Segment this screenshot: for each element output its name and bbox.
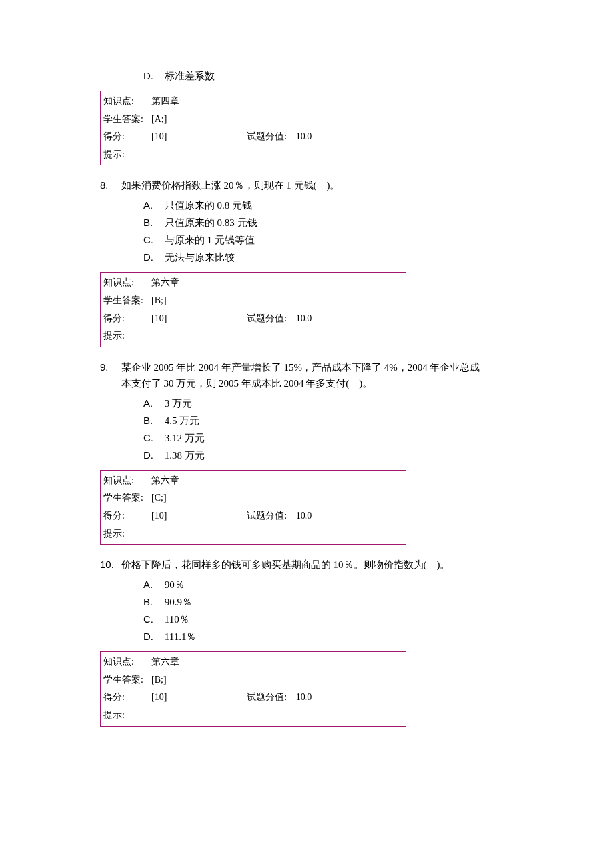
student-answer-label: 学生答案: (103, 292, 151, 310)
option-letter-d: D. (143, 249, 162, 265)
item-score-label: 试题分值: (247, 511, 287, 521)
option-letter-c: C. (143, 611, 162, 627)
option-text: 3.12 万元 (165, 433, 205, 443)
knowledge-label: 知识点: (103, 653, 151, 671)
option-row: C. 与原来的 1 元钱等值 (100, 232, 513, 248)
student-answer-value: [B;] (151, 292, 167, 310)
student-answer-label: 学生答案: (103, 111, 151, 129)
question-9: 9. 某企业 2005 年比 2004 年产量增长了 15%，产品成本下降了 4… (100, 359, 513, 391)
option-row: D. 无法与原来比较 (100, 249, 513, 265)
option-text: 90％ (165, 579, 185, 590)
option-row: A. 90％ (100, 577, 513, 593)
option-row: D. 1.38 万元 (100, 447, 513, 463)
option-text: 只值原来的 0.8 元钱 (165, 200, 252, 211)
option-row: A. 只值原来的 0.8 元钱 (100, 197, 513, 213)
option-letter-d: D. (143, 629, 162, 645)
score-label: 得分: (103, 689, 151, 707)
score-label: 得分: (103, 128, 151, 146)
question-stem: 某企业 2005 年比 2004 年产量增长了 15%，产品成本下降了 4%，2… (121, 359, 481, 391)
item-score-value: 10.0 (296, 511, 312, 521)
option-letter-b: B. (143, 215, 162, 231)
hint-label: 提示: (103, 707, 151, 725)
answer-info-box: 知识点: 第六章 学生答案: [C;] 得分: [10] 试题分值: 10.0 … (100, 470, 406, 545)
option-letter-d: D. (143, 68, 162, 84)
option-row: C. 110％ (100, 611, 513, 627)
item-score-value: 10.0 (296, 692, 312, 702)
knowledge-value: 第六章 (151, 274, 179, 292)
question-number: 10. (100, 557, 119, 573)
option-text: 只值原来的 0.83 元钱 (165, 217, 257, 228)
option-letter-c: C. (143, 232, 162, 248)
option-letter-a: A. (143, 395, 162, 411)
option-text: 1.38 万元 (165, 450, 205, 461)
option-text: 3 万元 (165, 398, 192, 409)
option-letter-d: D. (143, 447, 162, 463)
question-stem: 价格下降后，花同样多的钱可多购买基期商品的 10％。则物价指数为( )。 (121, 557, 481, 573)
option-text: 4.5 万元 (165, 415, 200, 426)
option-row: D. 标准差系数 (100, 68, 513, 84)
hint-label: 提示: (103, 327, 151, 345)
score-label: 得分: (103, 310, 151, 328)
student-answer-value: [B;] (151, 671, 167, 689)
knowledge-label: 知识点: (103, 274, 151, 292)
item-score-label: 试题分值: (247, 313, 287, 323)
hint-label: 提示: (103, 146, 151, 164)
option-text: 111.1％ (165, 631, 197, 642)
answer-info-box: 知识点: 第四章 学生答案: [A;] 得分: [10] 试题分值: 10.0 … (100, 91, 406, 165)
student-answer-label: 学生答案: (103, 489, 151, 507)
student-answer-label: 学生答案: (103, 671, 151, 689)
knowledge-value: 第六章 (151, 653, 179, 671)
knowledge-value: 第四章 (151, 93, 179, 111)
option-text: 无法与原来比较 (165, 252, 235, 263)
question-8: 8. 如果消费价格指数上涨 20％，则现在 1 元钱( )。 (100, 177, 513, 193)
option-row: C. 3.12 万元 (100, 430, 513, 446)
student-answer-value: [A;] (151, 111, 167, 129)
question-number: 9. (100, 359, 119, 375)
score-value: [10] (151, 507, 167, 525)
option-row: D. 111.1％ (100, 629, 513, 645)
item-score-value: 10.0 (296, 131, 312, 141)
option-letter-c: C. (143, 430, 162, 446)
option-letter-a: A. (143, 577, 162, 593)
knowledge-value: 第六章 (151, 472, 179, 490)
item-score-label: 试题分值: (247, 692, 287, 702)
student-answer-value: [C;] (151, 489, 167, 507)
item-score-label: 试题分值: (247, 131, 287, 141)
question-number: 8. (100, 177, 119, 193)
knowledge-label: 知识点: (103, 93, 151, 111)
question-stem: 如果消费价格指数上涨 20％，则现在 1 元钱( )。 (121, 177, 481, 193)
option-text: 与原来的 1 元钱等值 (165, 235, 255, 245)
knowledge-label: 知识点: (103, 472, 151, 490)
option-letter-b: B. (143, 594, 162, 610)
answer-info-box: 知识点: 第六章 学生答案: [B;] 得分: [10] 试题分值: 10.0 … (100, 272, 406, 347)
item-score-value: 10.0 (296, 313, 312, 323)
hint-label: 提示: (103, 525, 151, 543)
answer-info-box: 知识点: 第六章 学生答案: [B;] 得分: [10] 试题分值: 10.0 … (100, 651, 406, 726)
score-value: [10] (151, 310, 167, 328)
score-value: [10] (151, 128, 167, 146)
score-value: [10] (151, 689, 167, 707)
option-text: 110％ (165, 614, 189, 625)
option-text: 标准差系数 (165, 71, 215, 81)
option-letter-a: A. (143, 197, 162, 213)
question-10: 10. 价格下降后，花同样多的钱可多购买基期商品的 10％。则物价指数为( )。 (100, 557, 513, 573)
option-row: B. 4.5 万元 (100, 413, 513, 429)
score-label: 得分: (103, 507, 151, 525)
option-row: B. 只值原来的 0.83 元钱 (100, 215, 513, 231)
option-text: 90.9％ (165, 597, 192, 607)
option-row: A. 3 万元 (100, 395, 513, 411)
option-letter-b: B. (143, 413, 162, 429)
option-row: B. 90.9％ (100, 594, 513, 610)
